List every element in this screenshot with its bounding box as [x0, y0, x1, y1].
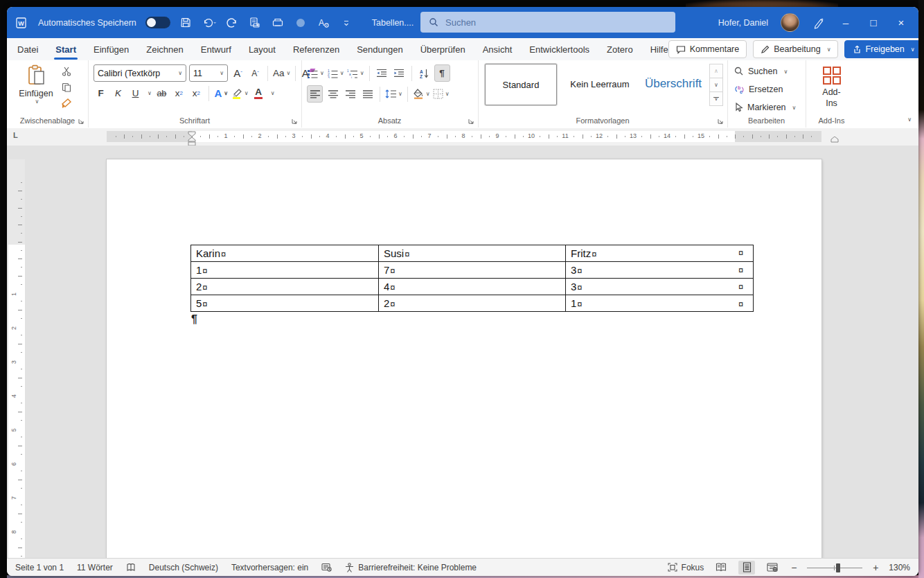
highlight-button[interactable] [231, 85, 249, 101]
page-count[interactable]: Seite 1 von 1 [15, 563, 64, 572]
subscript-button[interactable]: x2 [172, 85, 186, 101]
left-indent-marker[interactable] [188, 131, 196, 146]
borders-button[interactable] [433, 86, 450, 102]
bullets-button[interactable] [307, 65, 324, 81]
zoom-slider[interactable] [807, 563, 862, 572]
tab-ansicht[interactable]: Ansicht [483, 44, 513, 55]
save-icon[interactable] [179, 16, 193, 30]
tab-layout[interactable]: Layout [249, 44, 276, 55]
vertical-ruler[interactable]: 123456789 [8, 159, 25, 559]
align-right-button[interactable] [343, 86, 357, 102]
styles-dialog-launcher-icon[interactable] [717, 118, 724, 125]
decrease-indent-button[interactable] [375, 65, 389, 81]
increase-indent-button[interactable] [392, 65, 407, 81]
search-input[interactable] [444, 17, 641, 28]
user-name[interactable]: Hofer, Daniel [718, 18, 768, 28]
editing-mode-button[interactable]: Bearbeitung [753, 40, 838, 58]
word-count[interactable]: 11 Wörter [77, 563, 113, 572]
italic-button[interactable]: K [111, 85, 125, 101]
multilevel-list-button[interactable]: 1ai [347, 65, 364, 81]
style-ueberschrift[interactable]: Überschrift [640, 64, 707, 104]
close-button[interactable]: × [894, 17, 909, 28]
find-button[interactable]: Suchen [734, 63, 788, 80]
tab-datei[interactable]: Datei [17, 44, 38, 55]
replace-button[interactable]: bc Ersetzen [734, 81, 783, 98]
underline-button[interactable]: U [128, 85, 143, 101]
sort-button[interactable]: AZ [417, 65, 432, 81]
web-layout-button[interactable] [764, 561, 781, 575]
styles-scroll-down-button[interactable]: ∨ [709, 78, 723, 92]
styles-scroll-up-button[interactable]: ∧ [709, 64, 723, 78]
show-formatting-button[interactable]: ¶ [434, 64, 450, 82]
right-indent-marker[interactable] [830, 137, 839, 143]
style-kein-leerraum[interactable]: Kein Leerraum [562, 64, 637, 104]
undo-icon[interactable] [202, 16, 216, 30]
font-family-select[interactable]: Calibri (Textkörp [94, 64, 186, 82]
justify-button[interactable] [360, 86, 375, 102]
comments-button[interactable]: Kommentare [668, 40, 747, 58]
zoom-slider-thumb[interactable] [836, 563, 840, 572]
font-color-button[interactable]: A [251, 85, 266, 101]
tab-start[interactable]: Start [55, 44, 76, 55]
select-button[interactable]: Markieren [734, 99, 796, 116]
quick-print-icon[interactable] [271, 16, 285, 30]
tab-stop-selector[interactable]: L [13, 131, 18, 139]
tab-einfügen[interactable]: Einfügen [94, 44, 129, 55]
strikethrough-button[interactable]: ab [154, 85, 169, 101]
bold-button[interactable]: F [94, 85, 108, 101]
tab-zeichnen[interactable]: Zeichnen [146, 44, 183, 55]
align-left-button[interactable] [307, 85, 323, 103]
search-box[interactable] [420, 12, 675, 33]
font-dialog-launcher-icon[interactable] [291, 118, 298, 125]
chevron-down-icon[interactable] [148, 90, 152, 96]
style-settings-icon[interactable]: A [317, 16, 330, 30]
document-title[interactable]: Tabellen.... [372, 18, 414, 28]
user-avatar[interactable] [781, 13, 799, 32]
focus-button[interactable]: Fokus [668, 563, 704, 572]
print-preview-icon[interactable] [248, 16, 262, 30]
text-predictions-status[interactable]: Textvorhersagen: ein [231, 563, 308, 572]
qat-overflow-icon[interactable] [339, 16, 353, 30]
line-spacing-button[interactable] [385, 86, 402, 102]
clipboard-dialog-launcher-icon[interactable] [78, 118, 85, 125]
print-layout-button[interactable] [738, 561, 755, 575]
autosave-toggle[interactable] [145, 17, 170, 28]
collapse-ribbon-icon[interactable] [907, 115, 912, 123]
tab-hilfe[interactable]: Hilfe [650, 44, 668, 55]
styles-more-button[interactable]: ∨ [709, 92, 723, 106]
numbering-button[interactable]: 123 [327, 65, 344, 81]
record-icon[interactable] [294, 16, 308, 30]
horizontal-ruler[interactable]: 123456789101112131415 [107, 131, 821, 142]
read-mode-button[interactable] [713, 561, 729, 575]
chevron-down-icon[interactable] [271, 90, 275, 96]
tab-überprüfen[interactable]: Überprüfen [420, 44, 465, 55]
document-page[interactable]: Karin¤Susi¤Fritz¤1¤7¤3¤2¤4¤3¤5¤2¤1¤ ¤¤¤¤… [107, 159, 821, 559]
proofing-icon[interactable] [126, 563, 136, 572]
superscript-button[interactable]: x2 [189, 85, 204, 101]
paste-button[interactable]: Einfügen [17, 64, 55, 112]
share-button[interactable]: Freigeben [844, 40, 918, 58]
tab-zotero[interactable]: Zotero [607, 44, 633, 55]
minimize-button[interactable]: – [838, 17, 853, 28]
zoom-level[interactable]: 130% [889, 563, 910, 572]
macro-icon[interactable] [321, 563, 332, 572]
paragraph-dialog-launcher-icon[interactable] [468, 118, 474, 125]
redo-icon[interactable] [225, 16, 239, 30]
grow-font-button[interactable]: Aˆ [231, 65, 245, 81]
tab-entwurf[interactable]: Entwurf [201, 44, 231, 55]
tab-entwicklertools[interactable]: Entwicklertools [529, 44, 589, 55]
cut-icon[interactable] [61, 66, 72, 77]
shrink-font-button[interactable]: Aˇ [248, 65, 263, 81]
tab-referenzen[interactable]: Referenzen [293, 44, 339, 55]
word-app-icon[interactable]: W [15, 16, 29, 30]
style-standard[interactable]: Standard [485, 64, 557, 105]
font-size-select[interactable]: 11 [189, 64, 228, 82]
accessibility-status[interactable]: Barrierefreiheit: Keine Probleme [345, 563, 477, 572]
zoom-out-button[interactable]: − [790, 562, 798, 573]
maximize-button[interactable]: □ [866, 17, 881, 28]
shading-button[interactable] [413, 86, 430, 102]
align-center-button[interactable] [326, 86, 340, 102]
format-painter-icon[interactable] [61, 98, 72, 109]
addins-button[interactable]: Add-Ins [806, 65, 858, 109]
text-effects-button[interactable]: A [214, 85, 229, 101]
